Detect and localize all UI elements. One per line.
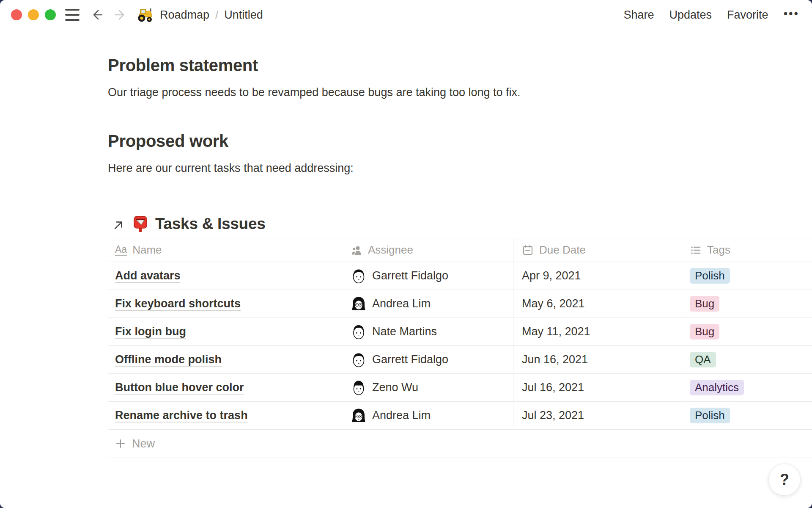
tasks-table: Aa Name Assignee — [108, 238, 812, 458]
assignee-cell[interactable]: Andrea Lim — [342, 290, 513, 318]
tags-cell[interactable]: QA — [681, 346, 812, 373]
calendar-icon — [522, 244, 534, 256]
column-header-name[interactable]: Aa Name — [108, 238, 342, 262]
due-date-cell[interactable]: Apr 9, 2021 — [513, 262, 681, 290]
table-row: Add avatars Garrett Fidalgo Apr 9, 2021 … — [108, 262, 812, 290]
task-name-cell[interactable]: Button blue hover color — [108, 374, 342, 401]
forward-icon[interactable] — [114, 8, 127, 21]
task-name-cell[interactable]: Rename archive to trash — [108, 402, 342, 429]
table-row: Offline mode polish Garrett Fidalgo Jun … — [108, 346, 812, 374]
back-icon[interactable] — [91, 8, 103, 21]
assignee-cell[interactable]: Zeno Wu — [342, 374, 513, 401]
tags-cell[interactable]: Bug — [681, 290, 812, 318]
tags-cell[interactable]: Analytics — [681, 374, 812, 401]
updates-button[interactable]: Updates — [669, 8, 712, 22]
tag-pill: Bug — [690, 296, 719, 312]
favorite-button[interactable]: Favorite — [727, 8, 768, 22]
column-header-assignee[interactable]: Assignee — [342, 238, 513, 262]
table-row: Rename archive to trash Andrea Lim Jul 2… — [108, 402, 812, 430]
text-icon: Aa — [115, 245, 127, 256]
help-button[interactable]: ? — [768, 464, 801, 496]
people-icon — [351, 244, 362, 256]
notion-window: Roadmap / Untitled Share Updates Favorit… — [0, 0, 812, 508]
breadcrumb-separator: / — [215, 8, 218, 22]
minimize-window-button[interactable] — [28, 9, 39, 20]
assignee-cell[interactable]: Garrett Fidalgo — [342, 346, 513, 373]
new-row-button[interactable]: New — [108, 430, 812, 458]
avatar-garrett-fidalgo — [351, 352, 367, 368]
postbox-emoji — [132, 215, 149, 233]
tag-pill: Polish — [690, 268, 730, 284]
tags-cell[interactable]: Polish — [681, 402, 812, 429]
breadcrumb-root[interactable]: Roadmap — [160, 8, 209, 22]
tags-cell[interactable]: Polish — [681, 262, 812, 290]
close-window-button[interactable] — [11, 9, 22, 20]
task-name-cell[interactable]: Offline mode polish — [108, 346, 342, 373]
paragraph-proposed-work[interactable]: Here are our current tasks that need add… — [108, 160, 812, 176]
topbar: Roadmap / Untitled Share Updates Favorit… — [0, 0, 812, 30]
assignee-cell[interactable]: Garrett Fidalgo — [342, 262, 513, 290]
assignee-cell[interactable]: Andrea Lim — [342, 402, 513, 429]
tag-pill: Polish — [690, 408, 730, 423]
question-mark-icon: ? — [780, 471, 789, 489]
paragraph-problem-statement[interactable]: Our triage process needs to be revamped … — [108, 84, 812, 100]
avatar-andrea-lim — [351, 408, 367, 424]
table-row: Fix login bug Nate Martins May 11, 2021 … — [108, 318, 812, 346]
more-options-icon[interactable]: ••• — [784, 7, 799, 23]
table-row: Button blue hover color Zeno Wu Jul 16, … — [108, 374, 812, 402]
due-date-cell[interactable]: May 11, 2021 — [513, 318, 681, 345]
avatar-zeno-wu — [351, 380, 367, 396]
column-header-due-date[interactable]: Due Date — [513, 238, 681, 262]
topbar-actions: Share Updates Favorite ••• — [623, 7, 799, 23]
tag-pill: Analytics — [690, 380, 744, 395]
heading-problem-statement[interactable]: Problem statement — [108, 56, 812, 75]
list-icon — [690, 244, 702, 256]
task-name-cell[interactable]: Fix keyboard shortcuts — [108, 290, 342, 318]
tags-cell[interactable]: Bug — [681, 318, 812, 345]
assignee-cell[interactable]: Nate Martins — [342, 318, 513, 345]
avatar-andrea-lim — [351, 296, 367, 312]
window-controls — [11, 9, 56, 20]
avatar-garrett-fidalgo — [351, 268, 367, 284]
column-header-tags[interactable]: Tags — [681, 238, 812, 262]
tag-pill: QA — [690, 352, 716, 367]
linked-database-name: Tasks & Issues — [155, 215, 265, 233]
due-date-cell[interactable]: Jul 23, 2021 — [513, 402, 681, 429]
task-name-cell[interactable]: Fix login bug — [108, 318, 342, 345]
page-content: Problem statement Our triage process nee… — [0, 30, 812, 458]
heading-proposed-work[interactable]: Proposed work — [108, 132, 812, 151]
plus-icon — [115, 438, 126, 449]
avatar-nate-martins — [351, 324, 367, 340]
tractor-emoji — [137, 7, 154, 23]
tag-pill: Bug — [690, 324, 719, 340]
table-row: Fix keyboard shortcuts Andrea Lim May 6,… — [108, 290, 812, 318]
task-name-cell[interactable]: Add avatars — [108, 262, 342, 290]
table-header-row: Aa Name Assignee — [108, 238, 812, 262]
due-date-cell[interactable]: Jun 16, 2021 — [513, 346, 681, 373]
due-date-cell[interactable]: Jul 16, 2021 — [513, 374, 681, 401]
breadcrumb-current[interactable]: Untitled — [224, 8, 263, 22]
due-date-cell[interactable]: May 6, 2021 — [513, 290, 681, 318]
northeast-arrow-icon — [112, 219, 125, 232]
share-button[interactable]: Share — [623, 8, 654, 22]
sidebar-menu-icon[interactable] — [65, 9, 80, 21]
zoom-window-button[interactable] — [45, 9, 56, 20]
linked-database-title[interactable]: Tasks & Issues — [108, 215, 265, 233]
